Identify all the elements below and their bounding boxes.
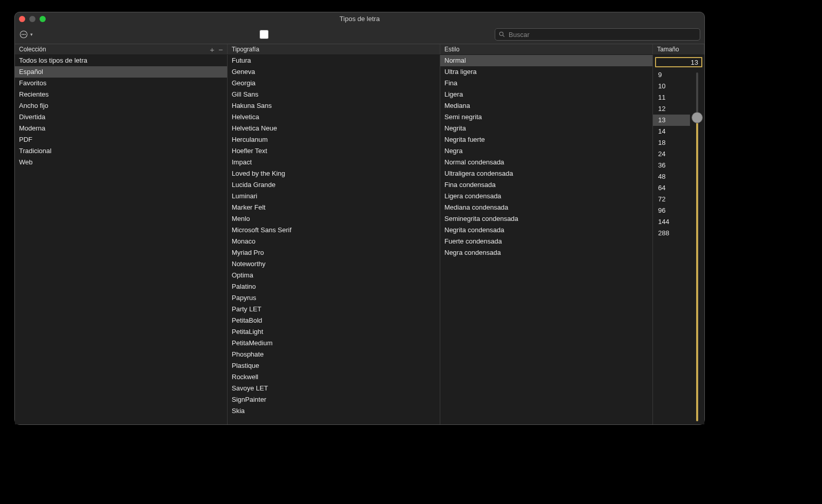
style-item[interactable]: Negrita condensada [440, 225, 652, 236]
style-item[interactable]: Negrita [440, 123, 652, 134]
size-item[interactable]: 36 [653, 160, 690, 171]
style-item[interactable]: Ligera [440, 89, 652, 100]
typeface-item[interactable]: Optima [228, 270, 440, 281]
typeface-item[interactable]: Savoye LET [228, 383, 440, 394]
typeface-item[interactable]: Microsoft Sans Serif [228, 225, 440, 236]
collection-item[interactable]: Tradicional [15, 145, 227, 157]
typeface-item[interactable]: Phosphate [228, 349, 440, 360]
typeface-item[interactable]: Noteworthy [228, 258, 440, 270]
style-item[interactable]: Normal condensada [440, 157, 652, 168]
toolbar: ▾ [15, 25, 704, 44]
style-item[interactable]: Fina [440, 78, 652, 89]
typeface-item[interactable]: Gill Sans [228, 89, 440, 100]
collection-item[interactable]: Moderna [15, 123, 227, 134]
typeface-item[interactable]: Loved by the King [228, 168, 440, 179]
typeface-item[interactable]: Lucida Grande [228, 179, 440, 191]
typeface-item[interactable]: PetitaBold [228, 315, 440, 326]
collection-item[interactable]: Favoritos [15, 78, 227, 89]
typeface-item[interactable]: Geneva [228, 66, 440, 78]
collection-item[interactable]: Web [15, 157, 227, 168]
collection-item[interactable]: PDF [15, 134, 227, 145]
size-item[interactable]: 144 [653, 216, 690, 228]
typeface-item[interactable]: Papyrus [228, 292, 440, 304]
svg-line-5 [503, 35, 505, 37]
size-item[interactable]: 48 [653, 171, 690, 182]
size-item[interactable]: 72 [653, 194, 690, 205]
size-input[interactable] [655, 57, 702, 67]
style-item[interactable]: Seminegrita condensada [440, 213, 652, 225]
search-field[interactable] [495, 28, 700, 41]
style-item[interactable]: Normal [440, 55, 652, 66]
actions-menu-button[interactable]: ▾ [19, 30, 33, 39]
style-item[interactable]: Negra condensada [440, 247, 652, 258]
column-headers: Colección + − Tipografía Estilo Tamaño [15, 44, 704, 55]
typeface-item[interactable]: Hoefler Text [228, 145, 440, 157]
style-item[interactable]: Ultra ligera [440, 66, 652, 78]
style-item[interactable]: Mediana condensada [440, 202, 652, 213]
chevron-down-icon: ▾ [30, 32, 33, 37]
size-item[interactable]: 96 [653, 205, 690, 216]
collection-list[interactable]: Todos los tipos de letraEspañolFavoritos… [15, 55, 228, 424]
typeface-item[interactable]: Helvetica Neue [228, 123, 440, 134]
size-item[interactable]: 9 [653, 69, 690, 81]
size-item[interactable]: 13 [653, 115, 690, 126]
header-style-label: Estilo [444, 46, 459, 53]
typeface-item[interactable]: Herculanum [228, 134, 440, 145]
typeface-item[interactable]: SignPainter [228, 394, 440, 405]
slider-thumb[interactable] [692, 112, 703, 123]
zoom-button[interactable] [40, 16, 46, 22]
typeface-item[interactable]: Hakuna Sans [228, 100, 440, 111]
typeface-item[interactable]: Marker Felt [228, 202, 440, 213]
header-collection: Colección + − [15, 44, 228, 54]
typeface-item[interactable]: Helvetica [228, 111, 440, 123]
typeface-item[interactable]: PetitaMedium [228, 338, 440, 349]
size-item[interactable]: 24 [653, 148, 690, 160]
style-item[interactable]: Fuerte condensada [440, 236, 652, 247]
typeface-item[interactable]: Myriad Pro [228, 247, 440, 258]
size-item[interactable]: 64 [653, 182, 690, 194]
size-item[interactable]: 12 [653, 103, 690, 115]
typeface-item[interactable]: Luminari [228, 191, 440, 202]
typeface-item[interactable]: Palatino [228, 281, 440, 292]
typeface-item[interactable]: Rockwell [228, 371, 440, 383]
typeface-item[interactable]: Menlo [228, 213, 440, 225]
ellipsis-circle-icon [19, 30, 28, 39]
collection-item[interactable]: Recientes [15, 89, 227, 100]
font-panel-window: Tipos de letra ▾ Colección [14, 12, 705, 425]
style-item[interactable]: Mediana [440, 100, 652, 111]
typeface-item[interactable]: PetitaLight [228, 326, 440, 338]
window-title: Tipos de letra [15, 15, 704, 23]
typeface-item[interactable]: Georgia [228, 78, 440, 89]
typeface-item[interactable]: Party LET [228, 304, 440, 315]
size-item[interactable]: 18 [653, 137, 690, 148]
minimize-button[interactable] [29, 16, 35, 22]
typeface-item[interactable]: Skia [228, 405, 440, 417]
style-list[interactable]: NormalUltra ligeraFinaLigeraMedianaSemi … [440, 55, 653, 424]
close-button[interactable] [19, 16, 25, 22]
style-item[interactable]: Semi negrita [440, 111, 652, 123]
collection-item[interactable]: Español [15, 66, 227, 78]
remove-collection-button[interactable]: − [218, 45, 223, 54]
collection-item[interactable]: Divertida [15, 111, 227, 123]
size-item[interactable]: 14 [653, 126, 690, 137]
typeface-item[interactable]: Impact [228, 157, 440, 168]
style-item[interactable]: Ligera condensada [440, 191, 652, 202]
search-input[interactable] [509, 31, 697, 39]
typeface-item[interactable]: Futura [228, 55, 440, 66]
style-item[interactable]: Fina condensada [440, 179, 652, 191]
size-item[interactable]: 10 [653, 81, 690, 92]
add-collection-button[interactable]: + [210, 45, 214, 54]
text-color-swatch[interactable] [259, 30, 269, 39]
size-list[interactable]: 9101112131418243648647296144288 [653, 69, 690, 424]
style-item[interactable]: Ultraligera condensada [440, 168, 652, 179]
size-slider[interactable] [690, 69, 704, 424]
style-item[interactable]: Negra [440, 145, 652, 157]
style-item[interactable]: Negrita fuerte [440, 134, 652, 145]
typeface-item[interactable]: Plastique [228, 360, 440, 371]
size-item[interactable]: 11 [653, 92, 690, 103]
typeface-item[interactable]: Monaco [228, 236, 440, 247]
collection-item[interactable]: Ancho fijo [15, 100, 227, 111]
typeface-list[interactable]: FuturaGenevaGeorgiaGill SansHakuna SansH… [228, 55, 440, 424]
size-item[interactable]: 288 [653, 228, 690, 239]
collection-item[interactable]: Todos los tipos de letra [15, 55, 227, 66]
